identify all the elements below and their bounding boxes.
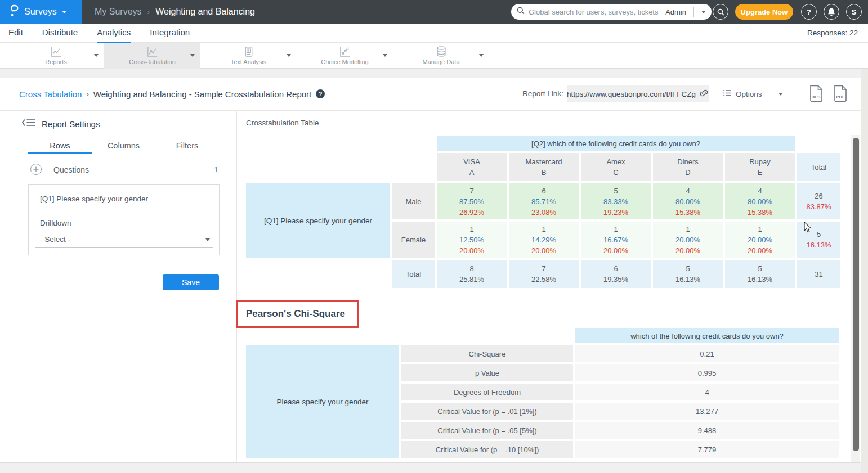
search-input[interactable] <box>529 8 661 16</box>
data-cell: 114.29%20.00% <box>509 222 579 258</box>
chi-column-header: which of the following credit cards do y… <box>575 328 839 343</box>
report-link-url: https://www.questionpro.com/t/lFFCZg <box>567 90 696 98</box>
questionpro-logo <box>9 4 19 20</box>
toolbar-item-cross-tabulation[interactable]: Cross-Tabulation <box>104 43 200 69</box>
search-scope-caret-icon[interactable] <box>701 11 706 13</box>
stat-value: 7.779 <box>575 441 839 458</box>
pdf-label: PDF <box>836 94 845 100</box>
search-scope-value[interactable]: Admin <box>665 8 686 16</box>
header-divider <box>0 110 861 111</box>
drilldown-label: Drilldown <box>40 219 71 227</box>
data-cell: 583.33%19.23% <box>581 183 651 219</box>
breadcrumb-separator: › <box>147 7 150 16</box>
collapse-panel-icon[interactable] <box>21 118 36 129</box>
toolbar-item-reports[interactable]: Reports <box>8 43 104 69</box>
column-header: MastercardB <box>509 153 579 181</box>
chevron-down-icon[interactable] <box>94 54 99 57</box>
plus-icon <box>33 166 39 172</box>
report-link-label: Report Link: <box>522 85 563 102</box>
stat-value: 9.488 <box>575 422 839 439</box>
drilldown-select[interactable]: - Select - <box>35 232 213 248</box>
panel-title: Report Settings <box>42 119 100 129</box>
column-group-header: [Q2] which of the following credit cards… <box>437 136 795 151</box>
column-header: RupayE <box>725 153 795 181</box>
content-scrollbar-thumb[interactable] <box>853 138 859 451</box>
pearson-highlight-box: Pearson's Chi-Square <box>236 300 359 328</box>
search-icon <box>517 7 525 17</box>
chevron-down-icon[interactable] <box>190 54 195 57</box>
chevron-down-icon[interactable] <box>479 54 484 57</box>
help-icon[interactable]: ? <box>316 89 325 98</box>
search-button[interactable] <box>713 4 728 20</box>
footer-strip <box>0 462 868 473</box>
cross-tabulation-link[interactable]: Cross Tabulation <box>19 89 82 99</box>
toolbar-item-text-analysis[interactable]: Text Analysis <box>200 43 297 69</box>
drilldown-selected-value: - Select - <box>40 235 70 244</box>
analytics-toolbar: Reports Cross-Tabulation Text Analysis C… <box>0 43 868 69</box>
mouse-cursor <box>804 222 812 233</box>
nav-item-analytics[interactable]: Analytics <box>97 24 131 43</box>
data-cell: 787.50%26.92% <box>437 183 507 219</box>
column-header: AmexC <box>581 153 651 181</box>
data-cell: 480.00%15.38% <box>653 183 723 219</box>
tab-rows[interactable]: Rows <box>28 138 92 154</box>
data-cell: 120.00%20.00% <box>653 222 723 258</box>
export-xls-button[interactable]: XLS <box>809 85 824 105</box>
topbar: Surveys My Surveys › Weighting and Balan… <box>0 0 868 24</box>
scatter-chart-icon <box>339 47 351 57</box>
responses-count: Responses: 22 <box>807 24 858 43</box>
chi-square-table: which of the following credit cards do y… <box>244 326 841 460</box>
stat-label: Chi-Square <box>401 345 573 362</box>
total-cell: 825.81% <box>437 260 507 288</box>
data-cell: 112.50%20.00% <box>437 222 507 258</box>
toolbar-item-manage-data[interactable]: Manage Data <box>393 43 489 69</box>
options-list-icon <box>723 89 732 99</box>
stat-label: Critical Value for (p = .10 [10%]) <box>401 441 573 458</box>
stat-value: 4 <box>575 384 839 400</box>
total-cell: 516.13% <box>653 260 723 288</box>
nav-item-edit[interactable]: Edit <box>8 24 23 43</box>
add-question-button[interactable] <box>30 164 42 175</box>
total-cell: 619.35% <box>581 260 651 288</box>
settings-tabs: Rows Columns Filters <box>28 138 220 154</box>
tab-columns[interactable]: Columns <box>92 138 155 154</box>
avatar[interactable]: S <box>846 4 862 20</box>
row-label-male: Male <box>392 183 435 219</box>
window-scrollbar-track[interactable] <box>861 69 868 473</box>
save-button[interactable]: Save <box>163 274 219 290</box>
link-icon[interactable] <box>699 88 709 100</box>
chevron-down-icon[interactable] <box>778 93 783 96</box>
global-search: Admin <box>511 4 712 20</box>
search-scope-divider <box>693 7 694 17</box>
panel-divider <box>236 111 237 462</box>
toolbar-item-choice-modelling[interactable]: Choice Modelling <box>297 43 393 69</box>
row-total-cell: 2683.87% <box>797 183 840 219</box>
header-vertical-divider <box>795 83 795 105</box>
data-cell: 480.00%15.38% <box>725 183 795 219</box>
export-pdf-button[interactable]: PDF <box>833 85 848 105</box>
total-row-label: Total <box>392 260 435 288</box>
row-question-cell: [Q1] Please specify your gender <box>246 183 390 258</box>
chevron-down-icon[interactable] <box>287 54 291 57</box>
help-button[interactable]: ? <box>801 4 817 20</box>
upgrade-now-button[interactable]: Upgrade Now <box>735 4 793 20</box>
options-button[interactable]: Options <box>723 85 762 102</box>
report-link-box[interactable]: https://www.questionpro.com/t/lFFCZg <box>567 85 709 102</box>
question-card[interactable]: [Q1] Please specify your gender Drilldow… <box>28 184 220 255</box>
nav-item-distribute[interactable]: Distribute <box>42 24 78 43</box>
nav-item-integration[interactable]: Integration <box>150 24 190 43</box>
product-label: Surveys <box>24 7 57 17</box>
report-breadcrumb: Cross Tabulation › Weighting and Balanci… <box>19 85 325 102</box>
product-switcher[interactable]: Surveys <box>0 0 82 24</box>
crosstab-table: [Q2] which of the following credit cards… <box>244 134 843 290</box>
tab-filters[interactable]: Filters <box>155 138 219 154</box>
data-cell: 116.67%20.00% <box>581 222 651 258</box>
data-cell: 685.71%23.08% <box>509 183 579 219</box>
grand-total-cell: 31 <box>797 260 840 288</box>
chevron-down-icon[interactable] <box>383 54 387 57</box>
breadcrumb-my-surveys[interactable]: My Surveys <box>95 7 142 17</box>
notifications-button[interactable] <box>824 4 839 20</box>
total-cell: 516.13% <box>725 260 795 288</box>
line-chart-icon <box>51 47 62 57</box>
xls-label: XLS <box>812 94 821 100</box>
